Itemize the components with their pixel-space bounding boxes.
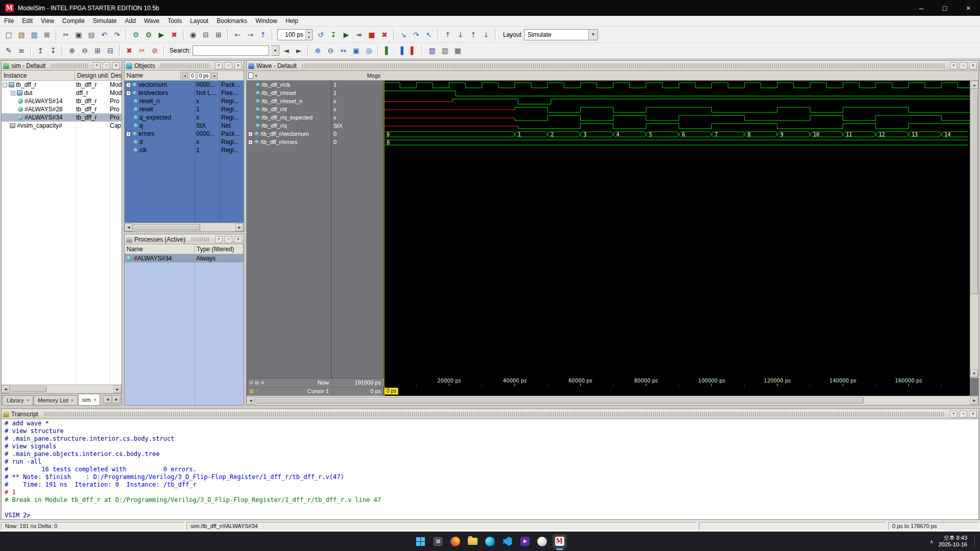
- search-dropdown-icon[interactable]: ▼: [271, 45, 279, 56]
- menu-bookmarks[interactable]: Bookmarks: [212, 16, 251, 26]
- menu-tools[interactable]: Tools: [163, 16, 186, 26]
- env-forward-button[interactable]: →: [244, 29, 256, 41]
- wave-signal-value[interactable]: x: [331, 97, 383, 105]
- tray-chevron-icon[interactable]: ∧: [929, 539, 933, 544]
- msgs-column-header[interactable]: Msgs: [331, 73, 380, 79]
- sim-horizontal-scrollbar[interactable]: ◄ ►: [2, 385, 122, 393]
- tab-close-icon[interactable]: ×: [27, 398, 29, 403]
- collapse-wave-button[interactable]: ⊟: [104, 44, 116, 57]
- menu-simulate[interactable]: Simulate: [89, 16, 121, 26]
- wave-pane-add-button[interactable]: +: [950, 62, 958, 69]
- tab-sim[interactable]: sim×: [78, 394, 100, 405]
- expand-time-button[interactable]: ▥: [439, 44, 451, 57]
- objects-row[interactable]: clk1Regi...: [125, 146, 244, 154]
- time-back-button[interactable]: ◄: [182, 73, 188, 79]
- menu-view[interactable]: View: [37, 16, 58, 26]
- wave-pane-undock-button[interactable]: ▫: [960, 62, 967, 69]
- delete-wave-button[interactable]: ✖: [123, 44, 135, 57]
- scrollbar-thumb[interactable]: [971, 90, 978, 294]
- wave-tool-icon-1[interactable]: ▤: [255, 380, 259, 385]
- waveform-area[interactable]: 012345678910111213140: [384, 81, 970, 378]
- find-previous-button[interactable]: ◄: [280, 44, 292, 57]
- wave-source-dropdown-icon[interactable]: ▼: [254, 74, 258, 78]
- clear-wave-button[interactable]: ⊘: [149, 44, 161, 57]
- processes-pane-grip[interactable]: [190, 237, 210, 242]
- paste-button[interactable]: ▤: [85, 29, 98, 41]
- wave-horizontal-scrollbar[interactable]: ◄ ►: [247, 396, 978, 405]
- edge-previous-button[interactable]: ↑: [467, 29, 480, 41]
- scrollbar-thumb[interactable]: [256, 397, 864, 403]
- wave-signal-value[interactable]: 0: [331, 138, 383, 146]
- scrollbar-thumb[interactable]: [11, 386, 46, 392]
- cursor-track[interactable]: 0 ps: [384, 387, 970, 396]
- collapse-time-button[interactable]: ▦: [451, 44, 464, 57]
- wave-signal-value[interactable]: StX: [331, 122, 383, 130]
- cursor-lock-button[interactable]: ▐: [394, 44, 407, 57]
- objects-pane-add-button[interactable]: +: [215, 62, 223, 69]
- objects-row[interactable]: +errors0000...Pack...: [125, 130, 244, 138]
- transcript-pane-add-button[interactable]: +: [950, 411, 958, 418]
- transcript-pane-close-button[interactable]: ×: [969, 411, 977, 418]
- ungroup-button[interactable]: ⊖: [79, 44, 91, 57]
- title-bar[interactable]: M ModelSim - INTEL FPGA STARTER EDITION …: [0, 0, 980, 16]
- edge-next-button[interactable]: ↓: [480, 29, 492, 41]
- scrollbar-track[interactable]: [255, 397, 970, 404]
- objects-row[interactable]: +testvectorsNot L...Fixe...: [125, 89, 244, 97]
- sim-tree-row[interactable]: -tb_dff_rtb_dff_rMod: [2, 81, 122, 89]
- scroll-left-button[interactable]: ◄: [247, 397, 255, 404]
- taskbar-icon-firefox[interactable]: [448, 534, 463, 548]
- step-out-button[interactable]: ↖: [423, 29, 435, 41]
- objects-pane-grip[interactable]: [160, 63, 210, 68]
- expand-all-button[interactable]: ⊞: [212, 29, 225, 41]
- menu-wave[interactable]: Wave: [140, 16, 163, 26]
- save-button[interactable]: ▥: [28, 29, 40, 41]
- wave-expander-icon[interactable]: +: [248, 132, 253, 136]
- zoom-range-button[interactable]: ▣: [350, 44, 362, 57]
- sim-pane-undock-button[interactable]: ▫: [103, 62, 110, 69]
- sim-tree-row[interactable]: +dutdff_rMod: [2, 89, 122, 97]
- scrollbar-track[interactable]: [133, 224, 235, 231]
- scroll-down-button[interactable]: ▼: [970, 370, 978, 377]
- taskbar-icon-edge[interactable]: [483, 534, 497, 548]
- wave-expander-icon[interactable]: +: [248, 140, 253, 145]
- copy-button[interactable]: ▣: [73, 29, 85, 41]
- menu-layout[interactable]: Layout: [186, 16, 212, 26]
- sim-tree-row[interactable]: #vsim_capacity#Cap: [2, 122, 122, 130]
- column-header-name[interactable]: Name: [125, 245, 195, 254]
- menu-file[interactable]: File: [0, 16, 18, 26]
- scroll-right-button[interactable]: ►: [113, 386, 122, 393]
- column-header-type[interactable]: Type (filtered): [195, 245, 244, 254]
- zoom-in-button[interactable]: ⊕: [312, 44, 324, 57]
- process-row[interactable]: #ALWAYS#34Always: [125, 254, 244, 262]
- redo-button[interactable]: ↷: [111, 29, 123, 41]
- sim-pane-add-button[interactable]: +: [93, 62, 101, 69]
- objects-pane-close-button[interactable]: ×: [234, 62, 242, 69]
- sim-tree-row[interactable]: #ALWAYS#28tb_dff_rPro: [2, 105, 122, 113]
- tab-memory-list[interactable]: Memory List×: [34, 395, 78, 405]
- maximize-button[interactable]: □: [933, 0, 957, 16]
- restart-button[interactable]: ↺: [315, 29, 327, 41]
- sim-pane-grip[interactable]: [51, 63, 88, 68]
- cursor-folder-icon[interactable]: ▨: [249, 389, 254, 394]
- objects-row[interactable]: dxRegi...: [125, 138, 244, 146]
- cursor-delete-button[interactable]: ▌: [407, 44, 419, 57]
- time-now-box[interactable]: 0 ps: [197, 72, 211, 80]
- env-up-button[interactable]: ↑: [257, 29, 269, 41]
- taskbar-icon-whale-browser[interactable]: [535, 534, 549, 548]
- wave-signal-name[interactable]: /tb_dff_r/q: [247, 122, 331, 130]
- wave-signal-value[interactable]: 1: [331, 81, 383, 89]
- scrollbar-thumb[interactable]: [134, 224, 200, 230]
- scroll-left-button[interactable]: ◄: [125, 224, 133, 231]
- tab-close-icon[interactable]: ×: [71, 398, 74, 403]
- simulate-button[interactable]: ▶: [155, 29, 168, 41]
- env-back-button[interactable]: ←: [231, 29, 244, 41]
- wave-signal-value[interactable]: 1: [331, 89, 383, 97]
- transcript-output[interactable]: # add wave *# view structure# .main_pane…: [2, 419, 978, 519]
- wave-tool-icon-2[interactable]: ⊕: [260, 380, 265, 385]
- compile-button[interactable]: ⚙: [130, 29, 142, 41]
- zoom-cursor-button[interactable]: ◎: [363, 44, 375, 57]
- signal-up-button[interactable]: ↑: [442, 29, 454, 41]
- break-button[interactable]: ✖: [168, 29, 180, 41]
- column-header-name[interactable]: Name: [125, 71, 181, 80]
- transcript-prompt[interactable]: VSIM 2>: [5, 512, 975, 519]
